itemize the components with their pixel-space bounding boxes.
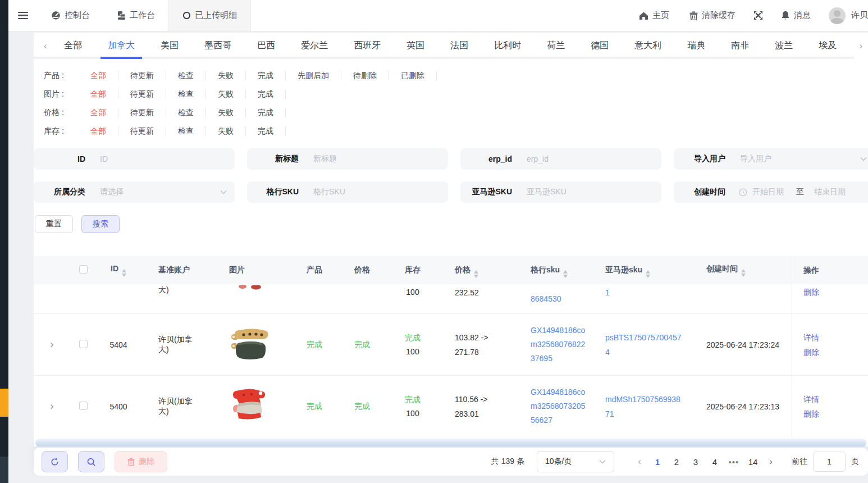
reset-button[interactable]: 重置 — [35, 215, 73, 233]
tabs-scroll-right-button[interactable]: › — [854, 33, 868, 59]
filter-option-失败[interactable]: 失败 — [206, 126, 246, 136]
filter-option-检查[interactable]: 检查 — [166, 126, 206, 136]
detail-link[interactable]: 详情 — [803, 330, 868, 345]
header-amazon-sku[interactable]: 亚马逊sku — [598, 262, 699, 278]
select-all-checkbox[interactable] — [79, 265, 88, 274]
nav-item-workbench[interactable]: 工作台 — [103, 0, 168, 31]
filter-option-待更新[interactable]: 待更新 — [118, 89, 166, 99]
gehang-sku-link-tail[interactable]: 8684530 — [531, 294, 561, 303]
expand-row-button[interactable]: › — [50, 400, 54, 412]
detail-link[interactable]: 详情 — [803, 392, 868, 407]
tab-爱尔兰[interactable]: 爱尔兰 — [288, 33, 341, 59]
tab-德国[interactable]: 德国 — [578, 33, 622, 59]
table-row: › 5404 许贝(加拿大) 完成 完成 完成 100 — [34, 313, 868, 375]
filter-option-待更新[interactable]: 待更新 — [118, 108, 166, 117]
nav-home-button[interactable]: 主页 — [629, 10, 679, 21]
nav-clear-cache-button[interactable]: 清除缓存 — [679, 10, 746, 21]
filter-option-全部[interactable]: 全部 — [79, 108, 118, 117]
pager-prev-button[interactable]: ‹ — [631, 452, 648, 471]
filter-option-全部[interactable]: 全部 — [79, 126, 118, 136]
filter-option-检查[interactable]: 检查 — [166, 108, 206, 117]
expand-row-button[interactable]: › — [50, 338, 54, 350]
gehang-sku-link[interactable]: GX14948186com3256807320556627 — [531, 388, 585, 425]
pager-page-1[interactable]: 1 — [648, 452, 667, 471]
filter-option-完成[interactable]: 完成 — [246, 89, 286, 99]
row-checkbox[interactable] — [79, 402, 88, 410]
tab-意大利[interactable]: 意大利 — [622, 33, 674, 59]
tab-全部[interactable]: 全部 — [51, 33, 95, 59]
header-product: 产品 — [292, 265, 337, 275]
filter-option-完成[interactable]: 完成 — [246, 126, 286, 136]
search-button[interactable]: 搜索 — [81, 215, 120, 233]
tab-巴西[interactable]: 巴西 — [244, 33, 288, 59]
nav-item-uploaded-details[interactable]: 已上传明细 — [168, 0, 251, 31]
gehang-sku-link[interactable]: GX14948186com3256807682237695 — [531, 326, 585, 363]
nav-item-console[interactable]: 控制台 — [38, 0, 103, 31]
horizontal-scrollbar[interactable] — [35, 439, 866, 446]
tab-瑞典[interactable]: 瑞典 — [674, 33, 718, 59]
filter-option-全部[interactable]: 全部 — [79, 71, 118, 80]
header-id[interactable]: ID — [97, 264, 140, 277]
filter-option-待删除[interactable]: 待删除 — [341, 71, 389, 80]
delete-link[interactable]: 删除 — [803, 407, 868, 421]
filter-option-失败[interactable]: 失败 — [206, 108, 246, 117]
filter-option-失败[interactable]: 失败 — [206, 71, 246, 80]
delete-link[interactable]: 删除 — [803, 285, 868, 299]
filter-option-待更新[interactable]: 待更新 — [118, 71, 166, 80]
tab-法国[interactable]: 法国 — [437, 33, 481, 59]
filter-option-失败[interactable]: 失败 — [206, 89, 246, 99]
tab-英国[interactable]: 英国 — [394, 33, 437, 59]
pager-page-2[interactable]: 2 — [667, 452, 686, 471]
pager-page-14[interactable]: 14 — [743, 452, 762, 471]
delete-link[interactable]: 删除 — [803, 345, 868, 359]
tab-南非[interactable]: 南非 — [718, 33, 762, 59]
pager-ellipsis[interactable]: ••• — [724, 452, 743, 471]
header-created-time[interactable]: 创建时间 — [699, 264, 792, 277]
filter-option-完成[interactable]: 完成 — [246, 108, 286, 117]
amazon-sku-link-tail[interactable]: 1 — [605, 288, 610, 297]
tab-埃及[interactable]: 埃及 — [806, 33, 849, 59]
filter-option-完成[interactable]: 完成 — [246, 71, 286, 80]
goto-page-input[interactable] — [813, 452, 846, 472]
tab-加拿大[interactable]: 加拿大 — [95, 33, 148, 59]
import-user-select[interactable]: 导入用户 导入用户 — [674, 148, 868, 170]
amazon-sku-link[interactable]: mdMSh1750756993871 — [605, 395, 680, 418]
pager-page-4[interactable]: 4 — [705, 452, 724, 471]
tab-荷兰[interactable]: 荷兰 — [534, 33, 578, 59]
pager-page-3[interactable]: 3 — [686, 452, 705, 471]
batch-delete-button[interactable]: 删除 — [115, 451, 167, 472]
erp-id-field[interactable]: erp_id erp_id — [460, 148, 661, 170]
filter-option-检查[interactable]: 检查 — [166, 89, 206, 99]
amazon-sku-field[interactable]: 亚马逊SKU 亚马逊SKU — [460, 181, 661, 203]
filter-option-待更新[interactable]: 待更新 — [118, 126, 166, 136]
id-field[interactable]: ID ID — [34, 148, 235, 170]
tab-美国[interactable]: 美国 — [148, 33, 191, 59]
new-title-field[interactable]: 新标题 新标题 — [247, 148, 448, 170]
header-gehang-sku[interactable]: 格行sku — [522, 263, 598, 278]
nav-fullscreen-button[interactable] — [746, 11, 771, 20]
created-time-range-field[interactable]: 创建时间 开始日期 至 结束日期 — [674, 181, 868, 203]
header-price[interactable]: 价格 — [438, 262, 522, 278]
tabs-scroll-left-button[interactable]: ‹ — [39, 33, 51, 59]
filter-option-全部[interactable]: 全部 — [79, 89, 118, 99]
gehang-sku-field[interactable]: 格行SKU 格行SKU — [247, 181, 448, 203]
tab-西班牙[interactable]: 西班牙 — [341, 33, 394, 59]
sort-icon — [563, 270, 568, 278]
column-search-button[interactable] — [78, 451, 104, 472]
category-select[interactable]: 所属分类 请选择 — [34, 181, 235, 203]
page-size-select[interactable]: 10条/页 — [537, 451, 614, 472]
tab-波兰[interactable]: 波兰 — [762, 33, 806, 59]
nav-messages-button[interactable]: 消息 — [771, 10, 821, 21]
filter-option-先删后加[interactable]: 先删后加 — [286, 71, 341, 80]
refresh-button[interactable] — [42, 451, 68, 472]
import-user-placeholder: 导入用户 — [740, 154, 771, 164]
hamburger-menu-button[interactable] — [8, 0, 38, 31]
amazon-sku-link[interactable]: psBTS1750757004574 — [605, 333, 681, 357]
user-menu[interactable]: 许贝 — [821, 7, 868, 24]
tab-比利时[interactable]: 比利时 — [481, 33, 534, 59]
filter-option-已删除[interactable]: 已删除 — [389, 71, 437, 80]
tab-墨西哥[interactable]: 墨西哥 — [191, 33, 244, 59]
row-checkbox[interactable] — [79, 340, 88, 348]
filter-option-检查[interactable]: 检查 — [166, 71, 206, 80]
pager-next-button[interactable]: › — [762, 452, 779, 471]
